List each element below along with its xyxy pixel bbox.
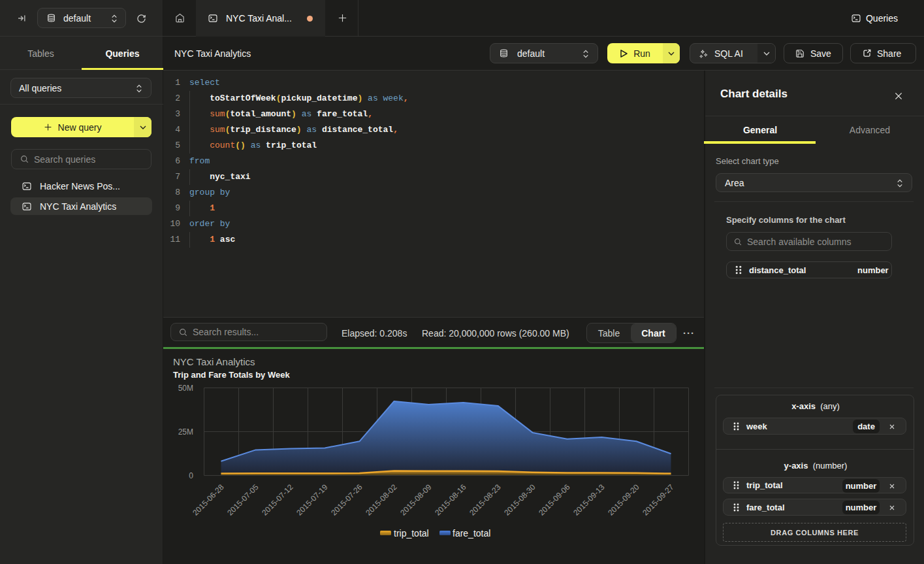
- svg-text:2015-09-06: 2015-09-06: [537, 482, 572, 518]
- svg-text:2015-06-28: 2015-06-28: [191, 482, 226, 518]
- svg-text:2015-09-13: 2015-09-13: [571, 482, 607, 518]
- svg-text:2015-08-09: 2015-08-09: [398, 482, 434, 518]
- svg-text:2015-07-19: 2015-07-19: [295, 482, 330, 518]
- svg-text:fare_total: fare_total: [453, 528, 490, 539]
- svg-text:trip_total: trip_total: [394, 528, 429, 539]
- svg-text:2015-07-12: 2015-07-12: [260, 482, 295, 518]
- svg-text:50M: 50M: [178, 384, 193, 393]
- svg-text:2015-08-30: 2015-08-30: [502, 482, 537, 518]
- svg-text:2015-08-23: 2015-08-23: [468, 482, 503, 518]
- svg-text:2015-08-02: 2015-08-02: [364, 482, 399, 518]
- svg-text:2015-08-16: 2015-08-16: [433, 482, 468, 518]
- svg-text:2015-07-26: 2015-07-26: [329, 482, 364, 518]
- svg-text:25M: 25M: [178, 427, 193, 437]
- svg-text:0: 0: [189, 471, 193, 480]
- svg-text:2015-09-27: 2015-09-27: [641, 482, 676, 518]
- svg-text:Trip and Fare Totals by Week: Trip and Fare Totals by Week: [173, 370, 290, 380]
- svg-text:NYC Taxi Analytics: NYC Taxi Analytics: [173, 356, 255, 367]
- svg-text:2015-07-05: 2015-07-05: [225, 482, 261, 518]
- svg-text:2015-09-20: 2015-09-20: [606, 482, 641, 518]
